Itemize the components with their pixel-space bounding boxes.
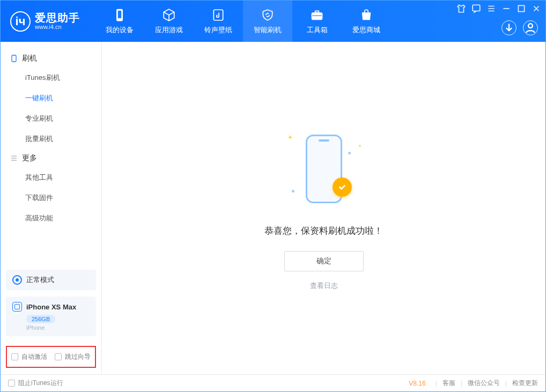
main-content: 恭喜您，保资料刷机成功啦！ 确定 查看日志 — [102, 42, 545, 374]
ok-button[interactable]: 确定 — [284, 251, 364, 271]
sidebar-group-title: 更多 — [22, 153, 37, 163]
maximize-icon[interactable] — [517, 4, 526, 13]
sidebar-group-flash: 刷机 — [1, 49, 101, 68]
success-illustration — [281, 126, 367, 212]
checkbox-block-itunes[interactable]: 阻止iTunes运行 — [8, 379, 63, 388]
sparkle-icon — [358, 144, 360, 146]
sparkle-icon — [289, 136, 292, 139]
checkbox-auto-activate[interactable]: 自动激活 — [11, 352, 47, 361]
checkbox-icon — [8, 380, 15, 387]
phone-icon — [113, 8, 127, 22]
device-name: iPhone XS Max — [26, 303, 76, 311]
nav-flash[interactable]: 智能刷机 — [243, 1, 292, 42]
menu-icon[interactable] — [486, 4, 496, 13]
svg-rect-4 — [315, 11, 319, 12]
header-actions — [501, 20, 538, 35]
checkbox-skip-guide[interactable]: 跳过向导 — [55, 352, 91, 361]
device-mode-status[interactable]: 正常模式 — [6, 270, 96, 290]
checkbox-label: 自动激活 — [21, 352, 47, 361]
music-note-icon — [211, 8, 225, 22]
flash-options-box: 自动激活 跳过向导 — [6, 346, 96, 368]
shopping-bag-icon — [359, 8, 373, 22]
svg-point-8 — [528, 24, 533, 28]
nav-label: 智能刷机 — [254, 25, 282, 35]
user-icon[interactable] — [523, 20, 538, 35]
view-log-link[interactable]: 查看日志 — [310, 281, 338, 291]
checkbox-label: 阻止iTunes运行 — [18, 379, 63, 388]
nav-label: 工具箱 — [307, 25, 328, 35]
success-message: 恭喜您，保资料刷机成功啦！ — [264, 225, 383, 237]
sidebar: 刷机 iTunes刷机 一键刷机 专业刷机 批量刷机 更多 其他工具 下载固件 … — [1, 42, 102, 374]
phone-outline-icon — [10, 55, 18, 62]
logo-icon: iч — [10, 11, 31, 32]
footer-link-wechat[interactable]: 微信公众号 — [468, 379, 500, 388]
checkmark-badge-icon — [333, 177, 352, 197]
svg-rect-5 — [312, 15, 322, 16]
skin-icon[interactable] — [456, 4, 466, 13]
nav-toolbox[interactable]: 工具箱 — [292, 1, 342, 42]
svg-rect-9 — [12, 55, 16, 62]
refresh-shield-icon — [261, 8, 275, 22]
cube-icon — [162, 8, 176, 22]
nav-my-device[interactable]: 我的设备 — [95, 1, 144, 42]
sidebar-item-download-fw[interactable]: 下载固件 — [1, 188, 101, 208]
hamburger-icon — [10, 154, 18, 162]
sidebar-item-other-tools[interactable]: 其他工具 — [1, 167, 101, 188]
checkbox-icon — [11, 353, 18, 360]
nav-label: 爱思商城 — [352, 25, 380, 35]
footer-link-support[interactable]: 客服 — [442, 379, 455, 388]
nav-ringtones[interactable]: 铃声壁纸 — [194, 1, 243, 42]
sidebar-item-oneclick-flash[interactable]: 一键刷机 — [1, 88, 101, 108]
logo: iч 爱思助手 www.i4.cn — [1, 11, 90, 32]
device-type: iPhone — [26, 324, 90, 331]
sidebar-group-title: 刷机 — [22, 54, 37, 63]
connected-device-card[interactable]: iPhone XS Max 256GB iPhone — [6, 297, 96, 336]
sidebar-item-pro-flash[interactable]: 专业刷机 — [1, 108, 101, 129]
app-header: iч 爱思助手 www.i4.cn 我的设备 应用游戏 铃声壁纸 智能刷机 工具… — [1, 1, 545, 42]
app-subtitle: www.i4.cn — [35, 24, 80, 30]
checkbox-label: 跳过向导 — [65, 352, 91, 361]
status-dot-icon — [12, 275, 22, 285]
app-title: 爱思助手 — [35, 12, 80, 24]
svg-rect-7 — [518, 5, 524, 11]
checkbox-icon — [55, 353, 62, 360]
toolbox-icon — [310, 8, 324, 22]
nav-apps[interactable]: 应用游戏 — [144, 1, 194, 42]
device-capacity: 256GB — [26, 315, 55, 323]
nav-label: 应用游戏 — [155, 25, 183, 35]
nav-store[interactable]: 爱思商城 — [342, 1, 391, 42]
svg-rect-1 — [117, 10, 122, 18]
dot-icon — [292, 190, 294, 193]
footer-link-update[interactable]: 检查更新 — [512, 379, 538, 388]
svg-rect-2 — [213, 10, 223, 20]
status-bar: 阻止iTunes运行 V8.16 | 客服 | 微信公众号 | 检查更新 — [1, 374, 545, 391]
sidebar-item-advanced[interactable]: 高级功能 — [1, 208, 101, 228]
main-nav: 我的设备 应用游戏 铃声壁纸 智能刷机 工具箱 爱思商城 — [95, 1, 391, 42]
dot-icon — [348, 152, 351, 154]
sidebar-item-batch-flash[interactable]: 批量刷机 — [1, 129, 101, 149]
window-controls — [456, 4, 541, 13]
version-label: V8.16 — [409, 380, 425, 387]
device-icon — [12, 302, 22, 312]
minimize-icon[interactable] — [501, 4, 511, 13]
feedback-icon[interactable] — [471, 4, 481, 13]
nav-label: 铃声壁纸 — [204, 25, 232, 35]
nav-label: 我的设备 — [106, 25, 134, 35]
close-icon[interactable] — [532, 4, 541, 13]
sidebar-item-itunes-flash[interactable]: iTunes刷机 — [1, 68, 101, 88]
svg-rect-6 — [473, 5, 480, 11]
status-label: 正常模式 — [26, 275, 54, 285]
sidebar-group-more: 更多 — [1, 149, 101, 167]
download-icon[interactable] — [501, 20, 517, 35]
